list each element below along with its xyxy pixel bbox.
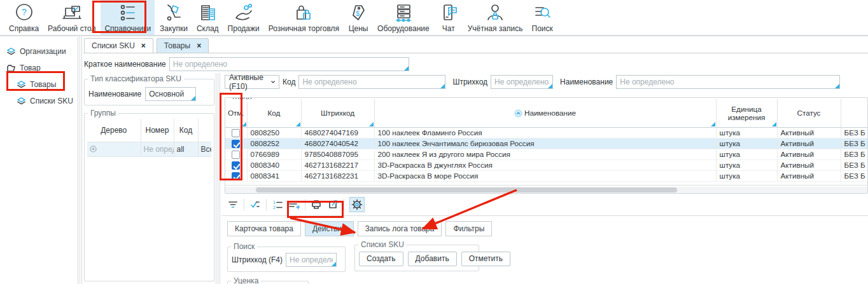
document-tabbar: Списки SKU × Товары × [83,36,868,53]
create-button[interactable]: Создать [359,252,403,266]
table-row[interactable]: 0808252 4680274040542 100 наклеек Энчант… [225,138,868,149]
mark-button[interactable]: Отметить [461,252,510,266]
groupbox-title: Списки SKU [358,240,407,249]
barcode-filter-field[interactable] [491,75,553,89]
table-row[interactable]: 0808340 4627131682217 3D-Раскраска В джу… [225,159,868,170]
toolbar-item-help[interactable]: ? Справка [5,0,43,35]
groupbox-title: Группы [88,109,118,118]
classifier-name-field[interactable] [145,87,196,101]
column-header-extra[interactable] [841,99,868,127]
column-header-code[interactable]: Код [247,99,301,127]
toolbar-item-warehouse[interactable]: Склад [193,0,223,35]
tab-filters[interactable]: Фильтры [445,221,492,236]
table-horizontal-scrollbar[interactable] [225,187,867,193]
table-row[interactable]: 0808341 4627131682231 3D-Раскраска В мор… [225,170,868,181]
checklist-icon[interactable] [249,199,261,210]
tab-product-card[interactable]: Карточка товара [227,221,301,236]
markdown-groupbox: Уценка Без уцен. (F5) [227,281,309,284]
export-icon[interactable] [327,199,339,210]
toolbar-item-retail[interactable]: Розничная торговля [265,0,343,35]
expand-icon[interactable] [90,145,138,152]
table-actions-toolbar: 12 [221,194,868,216]
filter-icon[interactable] [227,199,239,210]
tab-label: Списки SKU [92,41,135,50]
groupbox-title: Поиск [231,242,257,251]
code-filter-field[interactable] [298,75,445,89]
name-filter-label: Наименование [560,78,613,86]
table-row[interactable]: 0808250 4680274047169 100 наклеек Фламин… [225,127,868,138]
table-row[interactable]: 0766989 9785040887095 200 наклеек Я из д… [225,149,868,159]
toolbar-item-prices[interactable]: $ Цены [344,0,372,35]
toolbar-item-directories[interactable]: Справочники [101,0,155,35]
toolbar-label: Цены [349,24,368,33]
row-checkbox[interactable] [232,151,240,159]
sidebar-item-products[interactable]: Товары [0,76,76,93]
close-icon[interactable]: × [141,41,146,50]
add-list-icon[interactable] [288,199,300,210]
toolbar-label: Закупки [160,24,188,33]
toolbar-item-chat[interactable]: Чат [435,0,463,35]
toolbar-item-purchases[interactable]: Закупки [156,0,192,35]
short-name-field[interactable] [169,57,409,71]
column-header-unit[interactable]: Единица измерения [716,99,777,127]
equipment-icon [393,2,414,24]
toolbar-item-sales[interactable]: Продажи [224,0,263,35]
toolbar-label: Рабочий стол [48,24,95,33]
sidebar-item-organizations[interactable]: Организации [0,43,76,60]
prices-icon: $ [348,2,368,24]
panel-splitter[interactable] [214,73,221,284]
row-checkbox[interactable] [232,161,240,170]
tab-actions[interactable]: Действия [305,221,354,236]
add-button[interactable]: Добавить [408,252,457,266]
close-icon[interactable]: × [197,41,201,50]
svg-text:?: ? [22,7,27,17]
search-icon [532,2,552,24]
toolbar-item-desktop[interactable]: Рабочий стол [44,0,99,35]
sku-lists-groupbox: Списки SKU Создать Добавить Отметить [354,245,479,271]
groups-column-header[interactable]: Номер [141,119,174,142]
toolbar-item-account[interactable]: Учётная запись [464,0,527,35]
search-groupbox: Поиск Штрихкод (F4) [227,247,346,272]
column-header-name[interactable]: Наименование [374,99,716,127]
sidebar-item-label: Товар [20,64,41,72]
groups-column-header[interactable] [198,119,211,142]
row-checkbox[interactable] [232,129,240,137]
groups-row[interactable]: Не определено all Все [87,142,211,156]
short-name-label: Краткое наименование [84,60,166,69]
svg-text:2: 2 [273,205,276,210]
toolbar-item-search[interactable]: Поиск [528,0,557,35]
groups-column-header[interactable]: Код [174,119,198,142]
groups-column-header[interactable]: Дерево [87,119,141,142]
toolbar-label: Продажи [228,24,260,33]
column-header-status[interactable]: Статус [777,99,841,127]
toolbar-label: Розничная торговля [269,24,339,33]
column-header-checked[interactable]: Отм. [225,99,247,127]
purchases-icon [164,2,184,24]
code-filter-label: Код [283,78,295,86]
scrollbar-thumb[interactable] [256,187,677,193]
sort-ascending-icon[interactable] [514,109,522,118]
toolbar-item-equipment[interactable]: Оборудование [374,0,433,35]
groups-table: Дерево Номер Код Не определено all Все [87,119,211,157]
tab-sku-lists[interactable]: Списки SKU × [84,38,153,53]
product-groupbox: Товар Отм. Код Штрихкод Наименование Еди… [225,97,868,194]
barcode-f4-field[interactable] [286,253,337,267]
column-header-barcode[interactable]: Штрихкод [301,99,374,127]
products-table: Отм. Код Штрихкод Наименование Единица и… [225,99,868,186]
panel-splitter[interactable] [76,36,83,284]
sidebar-item-product[interactable]: Товар [0,60,76,76]
classifier-name-label: Наименование [88,90,141,98]
row-checkbox[interactable] [232,140,240,148]
status-filter-select[interactable]: Активные (F10) [225,75,279,89]
groupbox-title: Уценка [231,276,261,284]
settings-gear-icon[interactable] [349,197,365,212]
name-filter-field[interactable] [616,75,840,89]
tab-products[interactable]: Товары × [157,38,209,53]
row-checkbox[interactable] [232,172,240,180]
sidebar-item-sku-lists[interactable]: Списки SKU [0,93,76,109]
toolbar-separator [344,199,344,210]
barcode-f4-label: Штрихкод (F4) [232,255,283,264]
tab-product-log[interactable]: Запись лога товара [358,221,442,236]
numbered-list-icon[interactable]: 12 [272,199,283,210]
print-icon[interactable] [311,199,322,210]
